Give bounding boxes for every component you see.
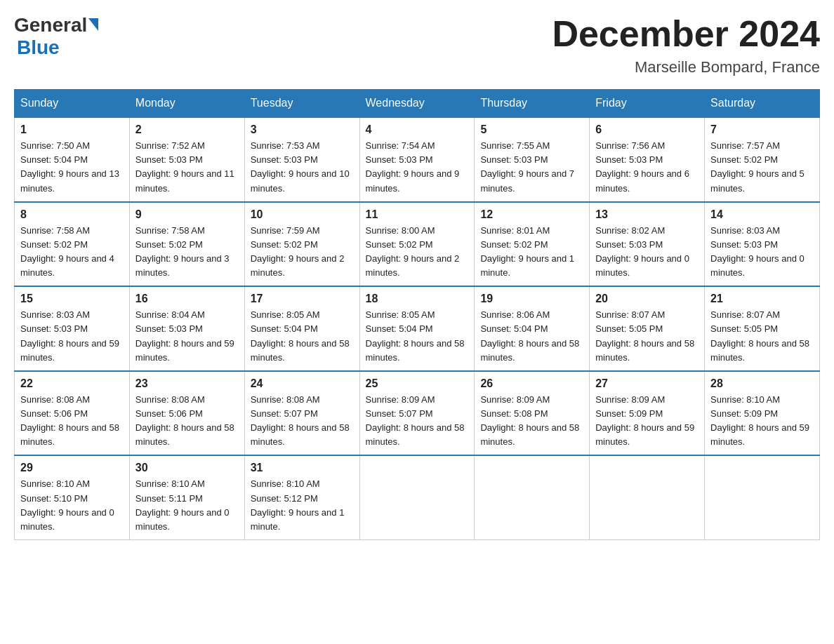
day-cell: 28 Sunrise: 8:10 AMSunset: 5:09 PMDaylig… [705,371,820,456]
week-row-4: 22 Sunrise: 8:08 AMSunset: 5:06 PMDaylig… [15,371,820,456]
day-cell: 10 Sunrise: 7:59 AMSunset: 5:02 PMDaylig… [244,202,359,287]
day-number: 26 [480,377,583,390]
logo-general-text: General [14,14,87,36]
day-info: Sunrise: 8:07 AMSunset: 5:05 PMDaylight:… [710,309,809,362]
header-monday: Monday [129,90,244,118]
day-number: 5 [480,123,583,136]
day-number: 18 [366,293,469,305]
day-cell: 22 Sunrise: 8:08 AMSunset: 5:06 PMDaylig… [15,371,130,456]
day-number: 14 [710,208,814,221]
day-cell: 5 Sunrise: 7:55 AMSunset: 5:03 PMDayligh… [475,117,590,202]
week-row-5: 29 Sunrise: 8:10 AMSunset: 5:10 PMDaylig… [15,455,820,539]
day-number: 19 [480,293,583,305]
day-cell: 15 Sunrise: 8:03 AMSunset: 5:03 PMDaylig… [15,286,130,371]
header-friday: Friday [590,90,705,118]
day-number: 29 [20,462,124,474]
day-cell: 29 Sunrise: 8:10 AMSunset: 5:10 PMDaylig… [15,455,130,539]
day-info: Sunrise: 8:03 AMSunset: 5:03 PMDaylight:… [710,225,805,278]
day-number: 20 [595,293,699,305]
day-info: Sunrise: 8:05 AMSunset: 5:04 PMDaylight:… [366,309,465,362]
day-number: 31 [251,462,354,474]
day-number: 8 [20,208,124,221]
day-number: 23 [135,377,239,390]
day-info: Sunrise: 8:05 AMSunset: 5:04 PMDaylight:… [251,309,350,362]
day-info: Sunrise: 8:07 AMSunset: 5:05 PMDaylight:… [595,309,694,362]
day-info: Sunrise: 7:52 AMSunset: 5:03 PMDaylight:… [135,140,234,193]
day-info: Sunrise: 8:03 AMSunset: 5:03 PMDaylight:… [20,309,119,362]
day-info: Sunrise: 8:08 AMSunset: 5:07 PMDaylight:… [251,394,350,447]
day-number: 25 [366,377,469,390]
day-info: Sunrise: 7:55 AMSunset: 5:03 PMDaylight:… [480,140,574,193]
day-number: 4 [366,123,469,136]
day-number: 17 [251,293,354,305]
day-cell: 2 Sunrise: 7:52 AMSunset: 5:03 PMDayligh… [129,117,244,202]
day-info: Sunrise: 8:09 AMSunset: 5:07 PMDaylight:… [366,394,465,447]
day-cell: 25 Sunrise: 8:09 AMSunset: 5:07 PMDaylig… [359,371,475,456]
day-number: 11 [366,208,469,221]
day-info: Sunrise: 8:09 AMSunset: 5:09 PMDaylight:… [595,394,694,447]
day-cell: 6 Sunrise: 7:56 AMSunset: 5:03 PMDayligh… [590,117,705,202]
day-info: Sunrise: 8:01 AMSunset: 5:02 PMDaylight:… [480,225,574,278]
day-number: 16 [135,293,239,305]
day-info: Sunrise: 8:10 AMSunset: 5:12 PMDaylight:… [251,478,345,531]
day-cell [705,455,820,539]
day-info: Sunrise: 7:50 AMSunset: 5:04 PMDaylight:… [20,140,119,193]
week-row-2: 8 Sunrise: 7:58 AMSunset: 5:02 PMDayligh… [15,202,820,287]
day-number: 6 [595,123,699,136]
header-saturday: Saturday [705,90,820,118]
logo-arrow-icon [88,18,98,31]
day-cell: 8 Sunrise: 7:58 AMSunset: 5:02 PMDayligh… [15,202,130,287]
day-cell: 17 Sunrise: 8:05 AMSunset: 5:04 PMDaylig… [244,286,359,371]
day-number: 13 [595,208,699,221]
day-info: Sunrise: 8:10 AMSunset: 5:10 PMDaylight:… [20,478,114,531]
day-cell [590,455,705,539]
day-number: 28 [710,377,814,390]
day-number: 9 [135,208,239,221]
day-number: 24 [251,377,354,390]
day-cell: 30 Sunrise: 8:10 AMSunset: 5:11 PMDaylig… [129,455,244,539]
header-thursday: Thursday [475,90,590,118]
day-cell: 14 Sunrise: 8:03 AMSunset: 5:03 PMDaylig… [705,202,820,287]
day-info: Sunrise: 8:09 AMSunset: 5:08 PMDaylight:… [480,394,579,447]
logo: General [14,14,98,36]
day-info: Sunrise: 7:56 AMSunset: 5:03 PMDaylight:… [595,140,689,193]
day-number: 27 [595,377,699,390]
header-tuesday: Tuesday [244,90,359,118]
day-cell: 1 Sunrise: 7:50 AMSunset: 5:04 PMDayligh… [15,117,130,202]
day-cell: 24 Sunrise: 8:08 AMSunset: 5:07 PMDaylig… [244,371,359,456]
day-info: Sunrise: 7:59 AMSunset: 5:02 PMDaylight:… [251,225,345,278]
day-info: Sunrise: 8:02 AMSunset: 5:03 PMDaylight:… [595,225,689,278]
calendar-table: SundayMondayTuesdayWednesdayThursdayFrid… [14,89,820,540]
day-info: Sunrise: 7:58 AMSunset: 5:02 PMDaylight:… [20,225,114,278]
header-sunday: Sunday [15,90,130,118]
day-cell [475,455,590,539]
day-cell: 26 Sunrise: 8:09 AMSunset: 5:08 PMDaylig… [475,371,590,456]
day-cell: 3 Sunrise: 7:53 AMSunset: 5:03 PMDayligh… [244,117,359,202]
day-number: 10 [251,208,354,221]
day-info: Sunrise: 8:08 AMSunset: 5:06 PMDaylight:… [135,394,234,447]
day-info: Sunrise: 8:06 AMSunset: 5:04 PMDaylight:… [480,309,579,362]
day-number: 21 [710,293,814,305]
day-cell: 23 Sunrise: 8:08 AMSunset: 5:06 PMDaylig… [129,371,244,456]
day-info: Sunrise: 7:58 AMSunset: 5:02 PMDaylight:… [135,225,230,278]
day-info: Sunrise: 8:08 AMSunset: 5:06 PMDaylight:… [20,394,119,447]
day-cell: 12 Sunrise: 8:01 AMSunset: 5:02 PMDaylig… [475,202,590,287]
header-row: SundayMondayTuesdayWednesdayThursdayFrid… [15,90,820,118]
day-info: Sunrise: 7:57 AMSunset: 5:02 PMDaylight:… [710,140,805,193]
day-number: 15 [20,293,124,305]
week-row-3: 15 Sunrise: 8:03 AMSunset: 5:03 PMDaylig… [15,286,820,371]
day-info: Sunrise: 8:00 AMSunset: 5:02 PMDaylight:… [366,225,460,278]
location-subtitle: Marseille Bompard, France [552,58,820,76]
day-number: 7 [710,123,814,136]
day-cell: 9 Sunrise: 7:58 AMSunset: 5:02 PMDayligh… [129,202,244,287]
day-number: 1 [20,123,124,136]
day-number: 2 [135,123,239,136]
day-info: Sunrise: 8:04 AMSunset: 5:03 PMDaylight:… [135,309,234,362]
day-info: Sunrise: 8:10 AMSunset: 5:09 PMDaylight:… [710,394,809,447]
logo-area: General Blue [14,14,98,59]
day-info: Sunrise: 8:10 AMSunset: 5:11 PMDaylight:… [135,478,230,531]
day-cell: 19 Sunrise: 8:06 AMSunset: 5:04 PMDaylig… [475,286,590,371]
day-info: Sunrise: 7:53 AMSunset: 5:03 PMDaylight:… [251,140,350,193]
day-cell: 21 Sunrise: 8:07 AMSunset: 5:05 PMDaylig… [705,286,820,371]
day-cell: 13 Sunrise: 8:02 AMSunset: 5:03 PMDaylig… [590,202,705,287]
